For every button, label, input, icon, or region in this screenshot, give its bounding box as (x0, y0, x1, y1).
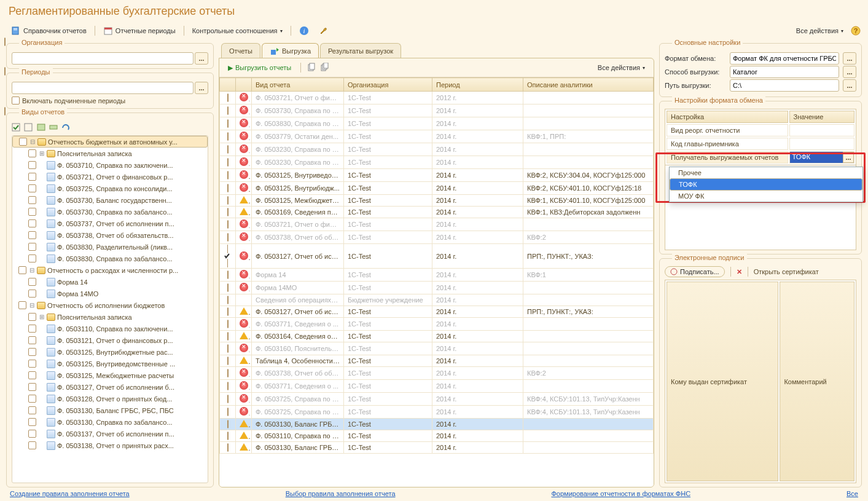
tree-checkbox[interactable] (28, 383, 36, 391)
grid-row[interactable]: Ф. 0503230, Справка по з...1C-Test2014 г… (220, 156, 654, 169)
setting-value-recipient[interactable]: ТОФК ... (789, 151, 854, 164)
tree-checkbox[interactable] (28, 219, 36, 227)
expand-icon[interactable]: ⊞ (38, 314, 45, 320)
grid-row[interactable]: Ф. 0503125, Межбюджетн...1C-Test2014 г.К… (220, 195, 654, 207)
tree-item[interactable]: Ф. 0503738, Отчет об обязательств... (12, 229, 208, 241)
grid-row[interactable]: Ф. 0503771, Сведения о ...1C-Test2014 г. (220, 380, 654, 393)
tree-checkbox[interactable] (28, 173, 36, 181)
row-checkbox[interactable] (227, 420, 229, 428)
grid-row[interactable]: Ф. 0503721, Отчет о фина...1C-Test2014 г… (220, 218, 654, 231)
tree-checkbox[interactable] (28, 360, 36, 368)
all-actions-button[interactable]: Все действия ▾ (792, 25, 847, 36)
tree-checkbox[interactable] (28, 231, 36, 239)
collapse-icon[interactable]: ⊟ (28, 302, 35, 309)
row-check-cell[interactable] (220, 156, 236, 169)
grid-row[interactable]: Таблица 4, Особенности ...1C-Test2014 г. (220, 355, 654, 367)
row-check-cell[interactable] (220, 169, 236, 182)
tree-item[interactable]: ⊟Отчетность бюджетных и автономных у... (12, 136, 208, 148)
tree-item[interactable]: ⊞Пояснительная записка (12, 148, 208, 159)
grid-row[interactable]: Ф. 0503771, Сведения о ...1C-Test2014 г. (220, 318, 654, 331)
row-checkbox[interactable] (227, 344, 229, 353)
grid-row[interactable]: Ф. 0503164, Сведения об ...1C-Test2014 г… (220, 331, 654, 342)
tree-checkbox[interactable] (28, 184, 36, 192)
tree-checkbox[interactable] (28, 149, 36, 157)
periods-input[interactable] (12, 82, 194, 94)
setting-value[interactable] (789, 124, 854, 136)
org-select-button[interactable]: ... (195, 52, 208, 65)
grid-header-check[interactable] (220, 78, 236, 92)
row-check-cell[interactable] (220, 294, 236, 306)
tree-checkbox[interactable] (28, 336, 36, 344)
tree-item[interactable]: Ф. 0503730, Справка по забалансо... (12, 206, 208, 218)
tree-checkbox[interactable] (28, 395, 36, 403)
tree-item[interactable]: Ф. 0503110, Справка по заключени... (12, 323, 208, 334)
row-checkbox[interactable] (227, 132, 229, 141)
row-checkbox[interactable] (224, 245, 232, 267)
periods-checkbox[interactable] (4, 67, 6, 76)
org-input[interactable] (12, 52, 194, 65)
tree-item[interactable]: Ф. 0503830, Справка по забалансо... (12, 253, 208, 264)
grid-row[interactable]: Ф. 0503130, Баланс ГРБС...1C-Test2014 г. (220, 419, 654, 430)
open-cert-link[interactable]: Открыть сертификат (754, 268, 819, 275)
row-checkbox[interactable] (227, 369, 229, 377)
row-check-cell[interactable] (220, 331, 236, 342)
dropdown-option[interactable]: Прочее (670, 167, 862, 178)
row-check-cell[interactable] (220, 318, 236, 331)
tree-item[interactable]: Ф. 0503130, Баланс ГРБС, РБС, ПБС (12, 404, 208, 416)
row-checkbox[interactable] (227, 395, 229, 403)
tree-checkbox[interactable] (18, 266, 26, 274)
grid-row[interactable]: Ф. 0503169, Сведения по ...1C-Test2014 г… (220, 207, 654, 218)
settings-col-name[interactable]: Настройка (667, 111, 788, 123)
check-all-icon[interactable] (12, 123, 22, 133)
row-checkbox[interactable] (227, 283, 229, 292)
row-checkbox[interactable] (227, 320, 229, 328)
tree-item[interactable]: ⊟Отчетность об исполнении бюджетов (12, 299, 208, 311)
footer-create-rule[interactable]: Создание правила заполнения отчета (10, 490, 130, 497)
grid-row[interactable]: Ф. 0503730, Справка по з...1C-Test2014 г… (220, 105, 654, 117)
grid-header-period[interactable]: Период (432, 78, 523, 92)
row-check-cell[interactable] (220, 442, 236, 454)
footer-select-rule[interactable]: Выбор правила заполнения отчета (286, 490, 396, 497)
row-checkbox[interactable] (227, 233, 229, 242)
row-check-cell[interactable] (220, 367, 236, 380)
row-checkbox[interactable] (227, 296, 229, 304)
grid-row[interactable]: Ф. 0503127, Отчет об исп...1C-Test2014 г… (220, 244, 654, 269)
row-check-cell[interactable] (220, 143, 236, 156)
tree-checkbox[interactable] (28, 254, 36, 262)
periods-select-button[interactable]: ... (195, 82, 208, 94)
tree-item[interactable]: ⊞Пояснительная записка (12, 311, 208, 323)
grid-row[interactable]: Ф. 0503160, Пояснительн...1C-Test2014 г. (220, 342, 654, 355)
wrench-button[interactable] (315, 24, 332, 37)
format-input[interactable] (730, 52, 839, 65)
checks-button[interactable]: Контрольные соотношения ▾ (189, 25, 286, 36)
cert-col-comment[interactable]: Комментарий (780, 282, 854, 481)
tree-item[interactable]: Ф. 0503138, Отчет о принятых расх... (12, 440, 208, 451)
grid-row[interactable]: Ф. 0503125, Внутрибюдж...1C-Test2014 г.К… (220, 182, 654, 195)
tree-item[interactable]: Ф. 0503121, Отчет о финансовых р... (12, 334, 208, 346)
row-check-cell[interactable] (220, 182, 236, 195)
grid-row[interactable]: Ф. 0503110, Справка по з...1C-Test2014 г… (220, 430, 654, 442)
row-checkbox[interactable] (227, 432, 229, 440)
expand-all-icon[interactable] (36, 123, 46, 133)
tree-item[interactable]: Форма 14 (12, 276, 208, 288)
row-checkbox[interactable] (227, 171, 229, 179)
row-check-cell[interactable] (220, 117, 236, 130)
dropdown-option-selected[interactable]: ТОФК (670, 178, 862, 191)
settings-col-value[interactable]: Значение (789, 111, 854, 123)
export-reports-button[interactable]: ▶ Выгрузить отчеты (224, 63, 295, 73)
tab-export[interactable]: Выгрузка (262, 43, 319, 58)
row-checkbox[interactable] (227, 332, 229, 341)
row-checkbox[interactable] (227, 220, 229, 229)
report-types-tree[interactable]: ⊟Отчетность бюджетных и автономных у...⊞… (12, 136, 208, 451)
grid-row[interactable]: Ф. 0503130, Баланс ГРБС...1C-Test2014 г. (220, 442, 654, 454)
row-check-cell[interactable] (220, 355, 236, 367)
tree-checkbox[interactable] (28, 243, 36, 251)
grid-row[interactable]: Ф. 0503830, Справка по з...1C-Test2014 г… (220, 117, 654, 130)
tree-item[interactable]: Ф. 0503730, Баланс государственн... (12, 194, 208, 206)
row-check-cell[interactable] (220, 244, 236, 269)
row-checkbox[interactable] (227, 196, 229, 205)
row-check-cell[interactable] (220, 406, 236, 419)
expand-icon[interactable]: ⊞ (38, 150, 45, 157)
tree-item[interactable]: Ф. 0503725, Справка по консолиди... (12, 183, 208, 194)
tree-item[interactable]: Ф. 0503130, Справка по забалансо... (12, 416, 208, 428)
